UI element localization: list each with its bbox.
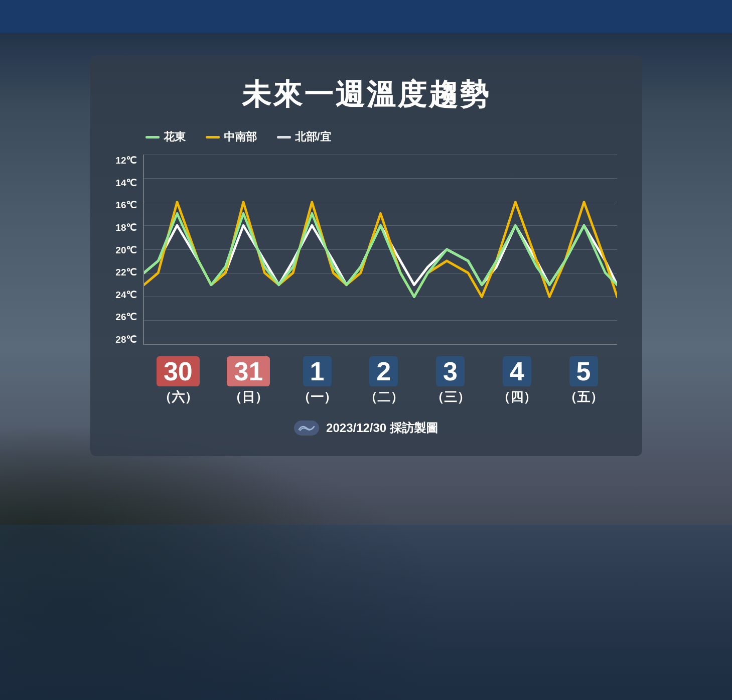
date-number-2: 2 bbox=[376, 357, 391, 386]
date-item-1: 1 （一） bbox=[298, 356, 337, 406]
y-label-28: 28℃ bbox=[115, 335, 137, 344]
date-day-1: （一） bbox=[298, 388, 337, 406]
date-badge-30: 30 bbox=[157, 356, 200, 386]
date-day-4: （四） bbox=[497, 388, 536, 406]
date-number-1: 1 bbox=[310, 357, 325, 386]
content-wrapper: 未來一週溫度趨勢 花東 中南部 北部/宜 28℃ 26℃ 24℃ 22℃ 20℃ bbox=[0, 0, 732, 700]
line-north bbox=[144, 225, 617, 285]
date-badge-2: 2 bbox=[369, 356, 398, 386]
date-item-4: 4 （四） bbox=[497, 356, 536, 406]
date-day-30: （六） bbox=[159, 388, 198, 406]
footer-credit-text: 2023/12/30 採訪製圖 bbox=[326, 420, 438, 436]
y-label-22: 22℃ bbox=[115, 267, 137, 277]
footer-credit: 2023/12/30 採訪製圖 bbox=[115, 420, 617, 436]
legend-label-north: 北部/宜 bbox=[295, 129, 331, 145]
y-label-26: 26℃ bbox=[115, 312, 137, 322]
date-number-31: 31 bbox=[234, 357, 263, 386]
y-label-14: 14℃ bbox=[115, 178, 137, 188]
legend-color-north bbox=[277, 136, 291, 138]
line-zhongnan bbox=[144, 202, 617, 297]
date-number-3: 3 bbox=[443, 357, 458, 386]
date-badge-1: 1 bbox=[303, 356, 332, 386]
legend-color-huadong bbox=[145, 136, 160, 138]
legend-item-zhongnan: 中南部 bbox=[206, 129, 257, 145]
date-badge-3: 3 bbox=[436, 356, 465, 386]
temperature-chart-svg bbox=[144, 155, 617, 344]
main-card: 未來一週溫度趨勢 花東 中南部 北部/宜 28℃ 26℃ 24℃ 22℃ 20℃ bbox=[90, 55, 642, 456]
date-item-30: 30 （六） bbox=[157, 356, 200, 406]
date-item-2: 2 （二） bbox=[364, 356, 403, 406]
date-day-3: （三） bbox=[431, 388, 470, 406]
date-item-31: 31 （日） bbox=[227, 356, 270, 406]
y-label-18: 18℃ bbox=[115, 223, 137, 232]
chart-area: 28℃ 26℃ 24℃ 22℃ 20℃ 18℃ 16℃ 14℃ 12℃ bbox=[115, 155, 617, 345]
date-badge-5: 5 bbox=[569, 356, 598, 386]
y-label-20: 20℃ bbox=[115, 245, 137, 255]
date-number-30: 30 bbox=[164, 357, 193, 386]
chart-title: 未來一週溫度趨勢 bbox=[115, 75, 617, 114]
y-axis: 28℃ 26℃ 24℃ 22℃ 20℃ 18℃ 16℃ 14℃ 12℃ bbox=[115, 155, 143, 345]
y-label-24: 24℃ bbox=[115, 290, 137, 300]
credit-logo-icon bbox=[294, 421, 319, 436]
y-label-12: 12℃ bbox=[115, 156, 137, 165]
date-day-31: （日） bbox=[229, 388, 268, 406]
legend-item-north: 北部/宜 bbox=[277, 129, 331, 145]
legend-label-zhongnan: 中南部 bbox=[224, 129, 257, 145]
date-item-5: 5 （五） bbox=[564, 356, 603, 406]
legend-label-huadong: 花東 bbox=[164, 129, 186, 145]
date-day-5: （五） bbox=[564, 388, 603, 406]
legend: 花東 中南部 北部/宜 bbox=[115, 129, 617, 145]
y-label-16: 16℃ bbox=[115, 200, 137, 210]
legend-color-zhongnan bbox=[206, 136, 220, 138]
legend-item-huadong: 花東 bbox=[145, 129, 186, 145]
date-number-4: 4 bbox=[510, 357, 524, 386]
date-badge-31: 31 bbox=[227, 356, 270, 386]
date-item-3: 3 （三） bbox=[431, 356, 470, 406]
date-row: 30 （六） 31 （日） 1 （一） 2 （二） bbox=[115, 356, 617, 406]
date-number-5: 5 bbox=[576, 357, 591, 386]
date-day-2: （二） bbox=[364, 388, 403, 406]
date-badge-4: 4 bbox=[503, 356, 531, 386]
chart-plot bbox=[143, 155, 617, 345]
